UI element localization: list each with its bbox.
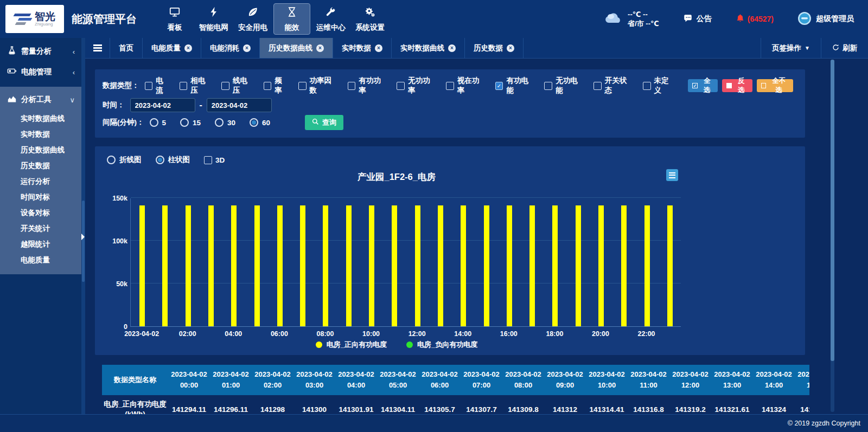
filter-checkbox-相电压[interactable]: 相电压 [180,76,212,95]
chart-type-折线图[interactable]: 折线图 [107,155,142,165]
x-axis-tick: 20:00 [592,330,609,338]
user-name: 超级管理员 [816,14,854,24]
user-menu[interactable]: 超级管理员 [797,11,854,27]
interval-radio-15[interactable]: 15 [180,118,201,127]
interval-radio-30[interactable]: 30 [215,118,235,127]
filter-checkbox-频率[interactable]: 频率 [264,76,289,95]
alarm-count: (64527) [748,15,774,23]
close-icon[interactable]: × [184,44,192,52]
filter-checkbox-开关状态[interactable]: 开关状态 [593,76,634,95]
x-axis-tick: 12:00 [409,330,426,338]
interval-radio-5[interactable]: 5 [150,118,167,127]
tab-实时数据曲线[interactable]: 实时数据曲线× [392,38,465,58]
header-time: 02:00 [252,380,293,391]
tab-历史数据[interactable]: 历史数据× [465,38,524,58]
close-icon[interactable]: × [316,44,324,52]
nav-item-运维中心[interactable]: 运维中心 [312,3,349,35]
filter-checkbox-有功功率[interactable]: 有功功率 [348,76,388,95]
bar [461,205,466,326]
filter-checkbox-未定义[interactable]: 未定义 [643,76,675,95]
sidebar-item-越限统计[interactable]: 越限统计 [0,236,81,252]
sidebar-group-需量分析[interactable]: 需量分析‹ [0,41,81,62]
nav-item-系统设置[interactable]: 系统设置 [352,3,388,35]
content-scrollbar-thumb[interactable] [831,60,834,361]
select-button-全不选[interactable]: 全不选 [757,79,793,92]
x-axis-tick: 08:00 [316,330,334,338]
select-button-反选[interactable]: 反选 [722,79,752,92]
sidebar-item-实时数据曲线[interactable]: 实时数据曲线 [0,111,81,126]
table-header-cell: 2023-04-0207:00 [461,365,502,395]
header-time: 05:00 [377,380,419,391]
tab-首页[interactable]: 首页 [110,38,143,58]
filter-checkbox-视在功率[interactable]: 视在功率 [446,76,486,95]
sidebar-group-电能管理[interactable]: 电能管理‹ [0,62,81,82]
nav-item-看板[interactable]: 看板 [156,3,193,35]
bar [529,205,535,326]
sidebar-item-电能质量[interactable]: 电能质量 [0,252,81,268]
data-type-label: 数据类型： [103,81,139,91]
logo-text: 智光 [35,12,55,22]
close-icon[interactable]: × [243,44,251,52]
refresh-button[interactable]: 刷新 [821,38,868,58]
sidebar-item-运行分析[interactable]: 运行分析 [0,173,81,189]
sidebar-item-历史数据曲线[interactable]: 历史数据曲线 [0,142,81,158]
tab-实时数据[interactable]: 实时数据× [333,38,392,58]
sidebar-item-实时数据[interactable]: 实时数据 [0,126,81,142]
checkbox-icon [145,82,153,90]
nav-item-智能电网[interactable]: 智能电网 [195,3,232,35]
announcement-button[interactable]: 公告 [683,14,712,25]
table-header-cell: 2023-04-0202:00 [252,365,293,395]
wrench-icon [325,6,337,20]
tab-电能消耗[interactable]: 电能消耗× [201,38,260,58]
sidebar-item-开关统计[interactable]: 开关统计 [0,221,81,236]
sidebar-group-分析工具[interactable]: 分析工具∨ [0,89,81,111]
filter-checkbox-无功电能[interactable]: 无功电能 [544,76,584,95]
table-cell: 141294.11 [168,395,210,414]
filter-checkbox-线电压[interactable]: 线电压 [221,76,254,95]
nav-item-安全用电[interactable]: 安全用电 [234,3,271,35]
date-to-input[interactable] [207,98,272,112]
filter-checkbox-功率因数[interactable]: 功率因数 [298,76,339,95]
header-time: 09:00 [544,380,586,391]
table-cell: 141312 [544,395,586,414]
alarm-button[interactable]: (64527) [736,14,774,24]
legend-item-电房_负向有功电度[interactable]: 电房_负向有功电度 [406,340,477,350]
filter-checkbox-有功电能[interactable]: ✓有功电能 [495,76,535,95]
select-button-全选[interactable]: ✓全选 [688,79,718,92]
filter-checkbox-无功功率[interactable]: 无功功率 [397,76,437,95]
table-header-name: 数据类型名称 [102,365,168,395]
sidebar-item-设备对标[interactable]: 设备对标 [0,205,81,221]
chart-type-柱状图[interactable]: 柱状图 [156,155,190,165]
bar-chart: 050k100k150k 2023-04-0202:0004:0006:0008… [104,198,690,327]
query-button[interactable]: 查询 [305,115,343,130]
close-icon[interactable]: × [507,44,514,52]
date-from-input[interactable] [130,98,195,112]
header-date: 2023-04-02 [293,369,335,380]
interval-radio-60[interactable]: 60 [250,118,270,127]
legend-item-电房_正向有功电度[interactable]: 电房_正向有功电度 [316,340,387,350]
nav-item-能效[interactable]: 能效 [273,3,310,35]
select-button-label: 反选 [735,76,748,95]
radio-icon [156,156,164,164]
sidebar-scroll-thumb[interactable] [82,201,85,282]
table-cell: 141307.7 [461,395,502,414]
tab-历史数据曲线[interactable]: 历史数据曲线× [260,38,333,58]
filter-panel: 数据类型： 电流相电压线电压频率功率因数有功功率无功功率视在功率✓有功电能无功电… [95,69,805,138]
sidebar-item-时间对标[interactable]: 时间对标 [0,189,81,205]
tab-电能质量[interactable]: 电能质量× [143,38,201,58]
app-header: 智光 Zhiguang 能源管理平台 看板智能电网安全用电能效运维中心系统设置 … [0,0,868,38]
chart-icon [7,94,17,106]
tab-menu-icon[interactable] [85,38,110,58]
table-header-cell: 2023-04-0215:00 [795,365,809,395]
tab-operations-dropdown[interactable]: 页签操作▼ [761,38,821,58]
sidebar-item-历史数据[interactable]: 历史数据 [0,158,81,173]
close-icon[interactable]: × [375,44,382,52]
close-icon[interactable]: × [448,44,456,52]
sidebar-collapse-arrow[interactable] [81,234,85,240]
table-header-cell: 2023-04-0210:00 [586,365,628,395]
bar [208,205,214,326]
content-area: 首页电能质量×电能消耗×历史数据曲线×实时数据×实时数据曲线×历史数据× 页签操… [85,38,868,414]
chart-toolbox-menu-icon[interactable] [666,169,678,181]
filter-checkbox-电流[interactable]: 电流 [145,76,170,95]
chart-type-3D[interactable]: 3D [204,156,225,164]
